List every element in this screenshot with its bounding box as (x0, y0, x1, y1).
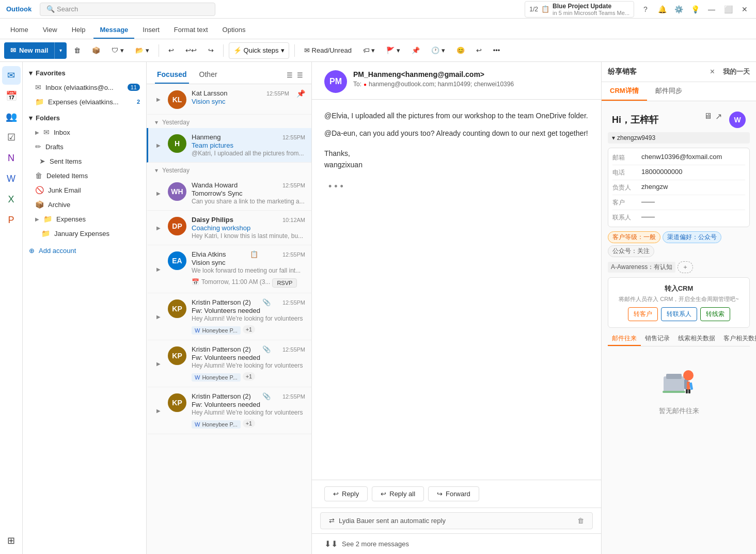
expand-icon[interactable]: ▶ (154, 89, 163, 109)
auto-reply-bar[interactable]: ⇄ Lydia Bauer sent an automatic reply 🗑 (320, 512, 593, 529)
share-icon[interactable]: ↗ (715, 112, 722, 128)
rail-word-icon[interactable]: W (2, 169, 21, 188)
sidebar-item-expenses-folder[interactable]: ▶ 📁 Expenses (23, 212, 146, 226)
convert-customer-button[interactable]: 转客户 (628, 307, 658, 321)
see-more-button[interactable]: ⬇⬇ See 2 more messages (312, 533, 601, 554)
list-item[interactable]: ▶ KP Kristin Patterson (2) 📎 12:55PM Fw:… (147, 387, 311, 434)
crm-tab-sales[interactable]: 销售记录 (641, 332, 674, 346)
panel-close-button[interactable]: × (710, 67, 715, 76)
list-item[interactable]: ▶ WH Wanda Howard 12:55PM Tomorrow's Syn… (147, 176, 311, 211)
email-tab-focused[interactable]: Focused (155, 66, 189, 84)
quick-steps-button[interactable]: ⚡ Quick steps ▾ (229, 42, 289, 59)
new-mail-button-group[interactable]: ✉ New mail ▾ (4, 42, 67, 59)
bulb-icon[interactable]: 💡 (690, 4, 700, 14)
new-mail-dropdown[interactable]: ▾ (54, 42, 67, 59)
sidebar-item-inbox-fav[interactable]: ✉ Inbox (elviaatkins@o... 11 (23, 80, 146, 94)
new-mail-button[interactable]: ✉ New mail (4, 42, 54, 59)
delete-button[interactable]: 🗑 (70, 42, 85, 59)
clock-button[interactable]: 🕐 ▾ (427, 42, 449, 59)
expand-icon4[interactable]: ▶ (154, 216, 163, 240)
tab-message[interactable]: Message (93, 22, 134, 39)
rail-excel-icon[interactable]: X (2, 190, 21, 209)
notification-area[interactable]: 1/2 📋 Blue Project Update in 5 min Micro… (525, 1, 634, 18)
crm-tab-customers[interactable]: 客户相关数据 (719, 332, 756, 346)
rail-mail-icon[interactable]: ✉ (2, 66, 21, 85)
expand-icon2[interactable]: ▶ (154, 133, 163, 157)
close-button[interactable]: ✕ (739, 4, 750, 14)
rail-tasks-icon[interactable]: ☑ (2, 128, 21, 147)
view-toggle-icon[interactable]: ☰ (287, 71, 293, 79)
sidebar-item-deleted[interactable]: 🗑 Deleted Items (23, 168, 146, 183)
convert-contact-button[interactable]: 转联系人 (661, 307, 697, 321)
panel-tab-sync[interactable]: 邮件同步 (647, 82, 690, 101)
list-item[interactable]: ▶ EA Elvia Atkins 📋 12:55PM Vision sync … (147, 245, 311, 293)
archive-button[interactable]: 📦 (88, 42, 104, 59)
crm-tab-mail[interactable]: 邮件往来 (608, 332, 641, 346)
panel-tab-crm[interactable]: CRM详情 (602, 82, 647, 101)
rail-calendar-icon[interactable]: 📅 (2, 87, 21, 105)
more-button[interactable]: ••• (489, 42, 505, 59)
expand-icon7[interactable]: ▶ (154, 345, 163, 382)
tab-insert[interactable]: Insert (136, 22, 166, 39)
help-icon[interactable]: ? (640, 4, 651, 14)
sidebar-item-sent[interactable]: ➤ Sent Items (23, 154, 146, 168)
tab-view[interactable]: View (37, 22, 64, 39)
tag-button[interactable]: 🏷 ▾ (359, 42, 380, 59)
monitor-icon[interactable]: 🖥 (704, 112, 712, 128)
search-bar[interactable]: 🔍 Search (40, 3, 215, 16)
sidebar-item-expenses-fav[interactable]: 📁 Expenses (elviaatkins... 2 (23, 94, 146, 109)
undo-button[interactable]: ↩ (164, 42, 178, 59)
tab-help[interactable]: Help (66, 22, 92, 39)
expand-icon5[interactable]: ▶ (154, 250, 163, 288)
email-tab-other[interactable]: Other (197, 66, 219, 84)
sidebar-item-archive[interactable]: 📦 Archive (23, 197, 146, 212)
settings-icon[interactable]: ⚙️ (673, 4, 684, 14)
maximize-button[interactable]: ⬜ (723, 4, 733, 14)
sidebar-item-junk[interactable]: 🚫 Junk Email (23, 183, 146, 197)
tab-home[interactable]: Home (4, 22, 35, 39)
auto-reply-delete[interactable]: 🗑 (577, 517, 584, 525)
expand-icon8[interactable]: ▶ (154, 392, 163, 429)
sidebar-item-inbox[interactable]: ▶ ✉ Inbox (23, 125, 146, 139)
rsvp-button[interactable]: RSVP (272, 278, 297, 288)
list-item[interactable]: ▶ KL Kat Larsson 12:55PM Vision sync 📌 (147, 84, 311, 115)
reply-all-button[interactable]: ↩ Reply all (372, 486, 424, 501)
crm-person-tag[interactable]: ▾ zhengzw9493 (608, 132, 750, 144)
crm-tab-leads[interactable]: 线索相关数据 (674, 332, 719, 346)
undo2-button[interactable]: ↩ (472, 42, 486, 59)
convert-lead-button[interactable]: 转线索 (700, 307, 730, 321)
expand-body-button[interactable]: • • • (324, 179, 348, 194)
sidebar-item-january[interactable]: 📁 January Expenses (23, 226, 146, 241)
rail-ppt-icon[interactable]: P (2, 211, 21, 229)
expand-icon3[interactable]: ▶ (154, 181, 163, 205)
rail-grid-icon[interactable]: ⊞ (2, 531, 21, 550)
list-item[interactable]: ▶ KP Kristin Patterson (2) 📎 12:55PM Fw:… (147, 293, 311, 340)
add-tag-button[interactable]: ＋ (678, 261, 693, 273)
tab-options[interactable]: Options (216, 22, 252, 39)
add-account-button[interactable]: ⊕ Add account (23, 243, 146, 259)
protect-button[interactable]: 🛡 ▾ (107, 42, 128, 59)
tab-format-text[interactable]: Format text (168, 22, 214, 39)
redo-button[interactable]: ↪ (204, 42, 218, 59)
sidebar-favorites-header[interactable]: ▾ Favorites (23, 66, 146, 80)
list-item[interactable]: ▶ H Hanmeng 12:55PM Team pictures @Katri… (147, 128, 311, 163)
sidebar-folders-header[interactable]: ▾ Folders (23, 111, 146, 125)
forward-button[interactable]: ↪ Forward (428, 486, 479, 501)
filter-icon[interactable]: ☰ (297, 71, 303, 79)
list-item[interactable]: ▶ KP Kristin Patterson (2) 📎 12:55PM Fw:… (147, 340, 311, 387)
list-item[interactable]: ▶ DP Daisy Philips 10:12AM Coaching work… (147, 211, 311, 245)
flag-button[interactable]: 🚩 ▾ (382, 42, 404, 59)
sidebar-item-drafts[interactable]: ✏ Drafts (23, 139, 146, 154)
bell-icon[interactable]: 🔔 (657, 4, 667, 14)
read-unread-button[interactable]: ✉ Read/Unread (300, 42, 356, 59)
move-button[interactable]: 📂 ▾ (131, 42, 153, 59)
rail-onenote-icon[interactable]: N (2, 149, 21, 167)
undo-all-button[interactable]: ↩↩ (181, 42, 201, 59)
rail-people-icon[interactable]: 👥 (2, 107, 21, 126)
reply-button[interactable]: ↩ Reply (324, 486, 368, 501)
emoji-button[interactable]: 😊 (452, 42, 469, 59)
expand-icon6[interactable]: ▶ (154, 298, 163, 335)
pin-button[interactable]: 📌 (407, 42, 424, 59)
panel-title2[interactable]: 我的一天 (723, 67, 750, 76)
minimize-button[interactable]: — (706, 4, 717, 14)
